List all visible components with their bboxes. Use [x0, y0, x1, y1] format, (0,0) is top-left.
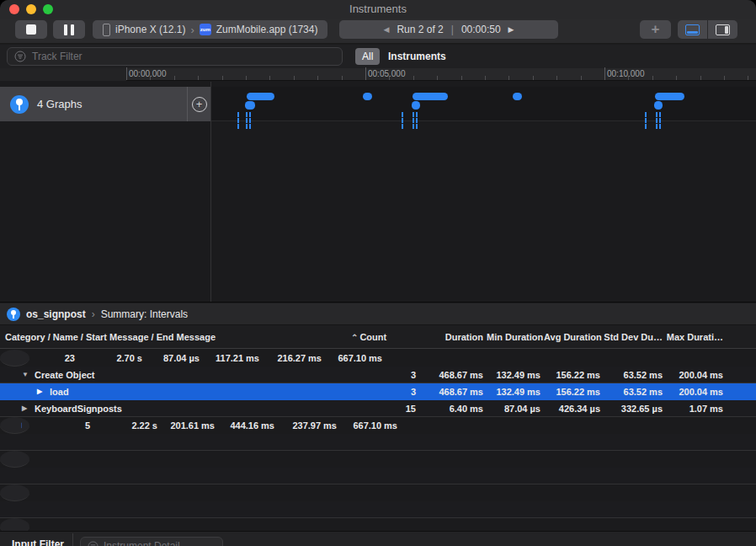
ruler-tick: [508, 76, 509, 80]
row-value-cell: 87.04 µs: [146, 353, 203, 363]
scope-all-button[interactable]: All: [355, 48, 380, 65]
column-avg-duration[interactable]: Avg Duration: [544, 332, 604, 342]
table-row[interactable]: ▼Create Object3468.67 ms132.49 ms156.22 …: [0, 367, 756, 383]
track-filter-placeholder: Track Filter: [32, 51, 83, 62]
breadcrumb-page[interactable]: Summary: Intervals: [101, 308, 188, 320]
ruler-tick: [222, 76, 223, 80]
row-value-cell: 2.22 s: [93, 420, 161, 431]
run-label: Run 2 of 2: [397, 24, 443, 35]
empty-table-row[interactable]: [0, 501, 756, 518]
toggle-detail-view-button[interactable]: [678, 20, 707, 39]
column-category[interactable]: Category / Name / Start Message / End Me…: [0, 332, 348, 342]
app-icon: zum: [200, 24, 211, 35]
chevron-right-icon: ›: [190, 24, 194, 36]
signpost-interval-marker[interactable]: [655, 93, 684, 100]
track-add-section: +: [187, 87, 210, 121]
disclosure-triangle-icon[interactable]: ▶: [22, 404, 29, 412]
table-row[interactable]: ▼* All *232.70 s87.04 µs117.21 ms216.27 …: [0, 350, 29, 367]
track-filter-input[interactable]: Track Filter: [7, 47, 343, 66]
row-value-cell: 237.97 ms: [278, 420, 340, 431]
signpost-event-dash: [402, 112, 403, 129]
instrument-detail-placeholder: Instrument Detail: [104, 540, 180, 546]
run-selector: ◀ Run 2 of 2 | 00:00:50 ▶: [339, 20, 558, 39]
ruler-tick: [581, 76, 582, 80]
row-value-cell: 63.52 ms: [604, 370, 666, 380]
row-value-cell: 216.27 ms: [263, 353, 325, 363]
iphone-icon: [103, 24, 110, 36]
row-value-cell: 156.22 ms: [544, 370, 604, 380]
timeline-ruler[interactable]: 00:00.00000:05.00000:10.000: [0, 68, 756, 81]
ruler-tick: [485, 76, 486, 80]
empty-table-row[interactable]: [0, 468, 756, 484]
row-value-cell: 444.16 ms: [218, 420, 278, 431]
column-min-duration[interactable]: Min Duration: [487, 332, 544, 342]
track-header-4-graphs[interactable]: 4 Graphs: [0, 87, 210, 121]
bottom-bar: Input Filter Instrument Detail: [0, 531, 756, 546]
pause-button[interactable]: [53, 20, 85, 39]
row-name-cell: ▶load: [0, 387, 348, 397]
row-value-cell: 332.65 µs: [604, 404, 666, 414]
ruler-tick: [652, 76, 653, 80]
row-value-cell: 15: [348, 404, 419, 414]
ruler-tick: [365, 67, 366, 80]
stop-icon: [26, 24, 36, 35]
table-row[interactable]: ▶KeyboardSignposts156.40 ms87.04 µs426.3…: [0, 400, 756, 417]
previous-run-button[interactable]: ◀: [383, 25, 389, 34]
breadcrumb-instrument[interactable]: os_signpost: [26, 308, 86, 320]
table-body: ▼* All *232.70 s87.04 µs117.21 ms216.27 …: [0, 350, 756, 535]
signpost-interval-marker[interactable]: [247, 93, 274, 100]
signpost-interval-marker[interactable]: [412, 101, 420, 110]
column-duration[interactable]: Duration: [419, 332, 487, 342]
disclosure-triangle-icon[interactable]: ▶: [37, 388, 45, 395]
column-std-dev-duration[interactable]: Std Dev Du…: [604, 332, 666, 342]
signpost-interval-marker[interactable]: [513, 93, 522, 100]
add-instrument-button[interactable]: +: [640, 20, 671, 39]
signpost-interval-marker[interactable]: [363, 93, 372, 100]
ruler-tick: [604, 67, 605, 80]
signpost-event-dash: [656, 112, 658, 129]
track-filter-bar: Track Filter All Instruments: [0, 45, 756, 68]
ruler-tick: [413, 76, 414, 80]
row-value-cell: 87.04 µs: [487, 404, 544, 414]
add-track-button[interactable]: +: [192, 97, 207, 112]
stop-recording-button[interactable]: [15, 20, 47, 39]
column-count[interactable]: ⌃Count: [348, 332, 419, 342]
disclosure-triangle-icon[interactable]: ▼: [22, 371, 29, 378]
ruler-time-label: 00:00.000: [129, 69, 167, 78]
row-value-cell: 200.04 ms: [666, 387, 727, 397]
chevron-right-icon: ›: [92, 308, 95, 320]
column-max-duration[interactable]: Max Durati…: [666, 332, 727, 342]
ruler-tick: [748, 76, 748, 80]
row-name-cell: ▼Create Object: [0, 370, 348, 380]
signpost-interval-marker[interactable]: [413, 93, 448, 100]
pause-icon: [64, 24, 74, 35]
signpost-track-lane[interactable]: [211, 87, 756, 121]
toggle-inspector-view-button[interactable]: [708, 20, 737, 39]
signpost-interval-marker[interactable]: [654, 101, 663, 110]
table-row[interactable]: ▶UINavigationController52.22 s201.61 ms4…: [0, 417, 29, 434]
instruments-window: Instruments iPhone X (12.1) › zum ZumMob…: [0, 0, 756, 546]
empty-table-row[interactable]: [0, 434, 756, 451]
ruler-tick: [198, 76, 199, 80]
view-toggle-group: [678, 20, 737, 39]
empty-table-row[interactable]: [0, 451, 29, 468]
row-value-cell: 23: [7, 353, 78, 363]
empty-table-row[interactable]: [0, 484, 29, 501]
table-row[interactable]: ▶load3468.67 ms132.49 ms156.22 ms63.52 m…: [0, 383, 756, 400]
instrument-detail-filter-input[interactable]: Instrument Detail: [80, 537, 223, 546]
target-device-selector[interactable]: iPhone X (12.1) › zum ZumMobile.app (173…: [93, 20, 327, 39]
ruler-tick: [269, 76, 270, 80]
ruler-tick: [317, 76, 318, 80]
detail-breadcrumb: os_signpost › Summary: Intervals: [0, 303, 756, 325]
ruler-tick: [461, 76, 462, 80]
row-name-cell: ▼* All *: [0, 353, 7, 363]
row-value-cell: 1.07 ms: [666, 404, 727, 414]
ruler-tick: [700, 76, 701, 80]
signpost-interval-marker[interactable]: [245, 101, 255, 110]
table-header: Category / Name / Start Message / End Me…: [0, 325, 756, 349]
row-value-cell: 3: [348, 370, 419, 380]
next-run-button[interactable]: ▶: [508, 25, 514, 34]
signpost-instrument-icon: [7, 308, 20, 321]
row-value-cell: 63.52 ms: [604, 387, 666, 397]
row-value-cell: 132.49 ms: [487, 387, 544, 397]
